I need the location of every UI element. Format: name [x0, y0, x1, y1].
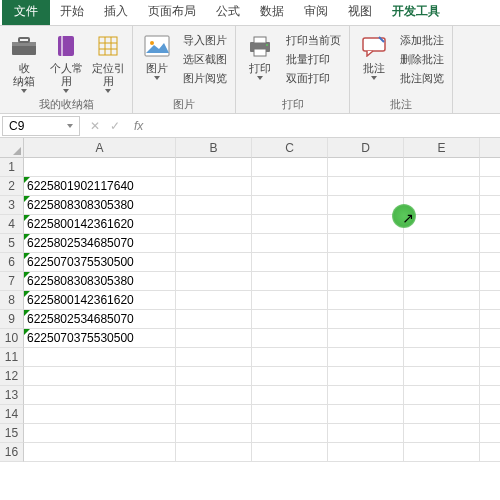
cell[interactable] [328, 234, 404, 253]
tab-review[interactable]: 审阅 [294, 0, 338, 25]
cell[interactable] [404, 405, 480, 424]
print-button[interactable]: 打印 [240, 28, 280, 80]
cell[interactable] [480, 177, 500, 196]
cell[interactable] [252, 215, 328, 234]
row-header[interactable]: 16 [0, 443, 24, 462]
cell[interactable] [404, 443, 480, 462]
tab-home[interactable]: 开始 [50, 0, 94, 25]
cell[interactable]: 6225800142361620 [24, 215, 176, 234]
cell[interactable] [480, 215, 500, 234]
col-header[interactable]: E [404, 138, 480, 158]
select-all-corner[interactable] [0, 138, 24, 158]
cell[interactable]: 6225801902117640 [24, 177, 176, 196]
name-box[interactable]: C9 [2, 116, 80, 136]
cell[interactable] [404, 424, 480, 443]
inbox-button[interactable]: 收纳箱 [4, 28, 44, 93]
cell[interactable]: 6225802534685070 [24, 234, 176, 253]
cell[interactable] [328, 272, 404, 291]
cell[interactable] [176, 367, 252, 386]
cell[interactable] [404, 291, 480, 310]
cell[interactable] [176, 253, 252, 272]
cell[interactable] [176, 234, 252, 253]
batch-print-button[interactable]: 批量打印 [282, 51, 345, 68]
cell[interactable] [252, 234, 328, 253]
tab-view[interactable]: 视图 [338, 0, 382, 25]
row-header[interactable]: 1 [0, 158, 24, 177]
col-header[interactable]: C [252, 138, 328, 158]
view-comment-button[interactable]: 批注阅览 [396, 70, 448, 87]
row-header[interactable]: 9 [0, 310, 24, 329]
cell[interactable] [252, 158, 328, 177]
comment-button[interactable]: 批注 [354, 28, 394, 80]
cell[interactable] [176, 177, 252, 196]
picture-button[interactable]: 图片 [137, 28, 177, 80]
cancel-icon[interactable]: ✕ [90, 119, 100, 133]
cell[interactable]: 6225808308305380 [24, 272, 176, 291]
cell[interactable] [252, 386, 328, 405]
cell[interactable] [176, 215, 252, 234]
cell[interactable] [480, 196, 500, 215]
cell[interactable] [328, 367, 404, 386]
cell[interactable] [404, 329, 480, 348]
cell[interactable] [480, 272, 500, 291]
cell[interactable] [176, 424, 252, 443]
cell[interactable] [480, 348, 500, 367]
cell[interactable] [252, 253, 328, 272]
cell[interactable]: 6225808308305380 [24, 196, 176, 215]
cell[interactable] [480, 291, 500, 310]
cell[interactable] [328, 310, 404, 329]
cell[interactable] [252, 405, 328, 424]
row-header[interactable]: 4 [0, 215, 24, 234]
cell[interactable] [404, 272, 480, 291]
cell[interactable] [404, 253, 480, 272]
row-header[interactable]: 11 [0, 348, 24, 367]
cell[interactable] [176, 310, 252, 329]
import-pic-button[interactable]: 导入图片 [179, 32, 231, 49]
row-header[interactable]: 8 [0, 291, 24, 310]
cell[interactable] [176, 329, 252, 348]
duplex-print-button[interactable]: 双面打印 [282, 70, 345, 87]
row-header[interactable]: 10 [0, 329, 24, 348]
cell[interactable] [24, 367, 176, 386]
row-header[interactable]: 7 [0, 272, 24, 291]
cell[interactable] [328, 443, 404, 462]
cell[interactable] [480, 443, 500, 462]
cell[interactable] [252, 310, 328, 329]
row-header[interactable]: 14 [0, 405, 24, 424]
print-current-button[interactable]: 打印当前页 [282, 32, 345, 49]
cell[interactable]: 6225800142361620 [24, 291, 176, 310]
cell[interactable] [24, 348, 176, 367]
tab-layout[interactable]: 页面布局 [138, 0, 206, 25]
row-header[interactable]: 2 [0, 177, 24, 196]
confirm-icon[interactable]: ✓ [110, 119, 120, 133]
cell[interactable] [176, 196, 252, 215]
cell[interactable] [24, 405, 176, 424]
cell[interactable] [252, 443, 328, 462]
cell[interactable] [24, 443, 176, 462]
add-comment-button[interactable]: 添加批注 [396, 32, 448, 49]
cell[interactable] [328, 348, 404, 367]
cell[interactable] [252, 177, 328, 196]
col-header[interactable] [480, 138, 500, 158]
col-header[interactable]: D [328, 138, 404, 158]
personal-fav-button[interactable]: 个人常用 [46, 28, 86, 93]
row-header[interactable]: 15 [0, 424, 24, 443]
cell[interactable] [480, 367, 500, 386]
cell[interactable] [24, 158, 176, 177]
cell[interactable] [404, 386, 480, 405]
cell[interactable] [252, 329, 328, 348]
cell[interactable] [328, 424, 404, 443]
row-header[interactable]: 3 [0, 196, 24, 215]
cell[interactable] [480, 405, 500, 424]
cell[interactable] [480, 386, 500, 405]
cell[interactable] [480, 329, 500, 348]
cell[interactable] [252, 367, 328, 386]
cell[interactable] [328, 158, 404, 177]
row-header[interactable]: 6 [0, 253, 24, 272]
cell[interactable] [252, 348, 328, 367]
cell[interactable] [176, 443, 252, 462]
fx-label[interactable]: fx [134, 119, 143, 133]
cell[interactable] [404, 348, 480, 367]
cell[interactable] [328, 291, 404, 310]
cell[interactable] [176, 348, 252, 367]
